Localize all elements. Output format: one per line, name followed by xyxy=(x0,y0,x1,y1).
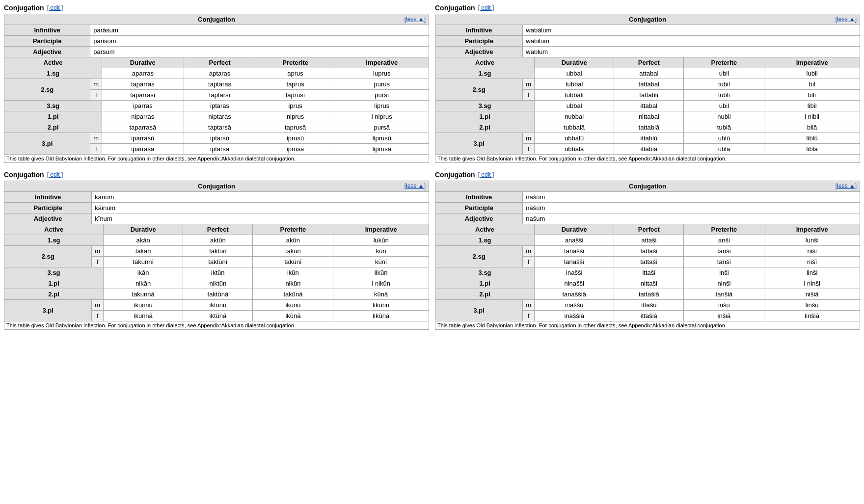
verb-form: tanši xyxy=(684,246,764,257)
inner-title: Conjugation[less ▲] xyxy=(435,181,860,192)
verb-form: ubbalā xyxy=(535,144,614,155)
verb-form: ittabal xyxy=(614,101,684,111)
verb-form: iparras xyxy=(102,101,184,111)
edit-link[interactable]: [ edit ] xyxy=(478,4,494,11)
participle-value: kāinum xyxy=(92,203,429,213)
row-label: 3.pl xyxy=(4,300,92,321)
conjugation-table: Conjugation[less ▲]InfinitiveparāsumPart… xyxy=(4,14,429,163)
participle-label: Participle xyxy=(435,36,523,47)
verb-form: ikān xyxy=(104,267,183,278)
verb-form: likūnū xyxy=(333,300,429,311)
verb-form: tubbalā xyxy=(535,122,614,133)
verb-form: ikūnū xyxy=(253,300,333,311)
verb-form: liprusū xyxy=(335,133,429,144)
verb-form: aprus xyxy=(256,68,335,79)
verb-form: ittašū xyxy=(614,300,684,311)
footnote: This table gives Old Babylonian inflecti… xyxy=(435,321,860,330)
verb-form: lunši xyxy=(764,235,860,246)
row-label: 2.sg xyxy=(435,246,523,267)
edit-link[interactable]: [ edit ] xyxy=(478,171,494,178)
verb-form: tublī xyxy=(684,90,764,101)
col-header-durative: Durative xyxy=(104,224,183,235)
col-header-preterite: Preterite xyxy=(684,57,764,68)
less-link[interactable]: [less ▲] xyxy=(405,16,426,23)
verb-form: tattašiā xyxy=(614,289,684,300)
verb-form: tanšī xyxy=(684,257,764,267)
verb-form: taktūn xyxy=(183,246,253,257)
conjugation-table: Conjugation[less ▲]InfinitivewabālumPart… xyxy=(435,14,860,163)
inner-title-text: Conjugation xyxy=(629,183,666,190)
participle-label: Participle xyxy=(4,203,92,213)
verb-form: pursā xyxy=(335,122,429,133)
verb-form: tattablā xyxy=(614,122,684,133)
verb-form: ninši xyxy=(684,278,764,289)
gender-cell: m xyxy=(523,246,535,257)
row-label: 1.sg xyxy=(4,235,104,246)
verb-form: aptaras xyxy=(184,68,256,79)
verb-form: bilī xyxy=(764,90,860,101)
verb-form: ublā xyxy=(684,144,764,155)
conjugation-section-bottom-right: Conjugation[ edit ]Conjugation[less ▲]In… xyxy=(435,171,860,330)
verb-form: inaššū xyxy=(535,300,614,311)
verb-form: ubbalū xyxy=(535,133,614,144)
row-label: 3.sg xyxy=(435,267,535,278)
adjective-label: Adjective xyxy=(435,47,523,57)
col-header-durative: Durative xyxy=(102,57,184,68)
verb-form: nubil xyxy=(684,111,764,122)
verb-form: tublā xyxy=(684,122,764,133)
edit-link[interactable]: [ edit ] xyxy=(47,171,63,178)
footnote: This table gives Old Babylonian inflecti… xyxy=(4,321,429,330)
verb-form: iprusā xyxy=(256,144,335,155)
gender-cell: f xyxy=(90,90,102,101)
section-title-row: Conjugation[ edit ] xyxy=(435,171,860,179)
verb-form: taparrasī xyxy=(102,90,184,101)
edit-link[interactable]: [ edit ] xyxy=(47,4,63,11)
gender-cell: f xyxy=(92,311,104,321)
section-title-row: Conjugation[ edit ] xyxy=(435,4,860,12)
verb-form: tanšiā xyxy=(684,289,764,300)
verb-form: likūnā xyxy=(333,311,429,321)
verb-form: tattaši xyxy=(614,246,684,257)
verb-form: niptaras xyxy=(184,111,256,122)
inner-title-text: Conjugation xyxy=(198,183,235,190)
verb-form: lukūn xyxy=(333,235,429,246)
verb-form: nikān xyxy=(104,278,183,289)
section-title: Conjugation xyxy=(435,171,475,179)
row-label: 3.pl xyxy=(4,133,90,155)
verb-form: nišī xyxy=(764,257,860,267)
verb-form: ikunnū xyxy=(104,300,183,311)
conjugation-section-top-right: Conjugation[ edit ]Conjugation[less ▲]In… xyxy=(435,4,860,163)
participle-label: Participle xyxy=(435,203,523,213)
less-link[interactable]: [less ▲] xyxy=(836,16,857,23)
adjective-label: Adjective xyxy=(4,213,92,224)
verb-form: taptarsī xyxy=(184,90,256,101)
verb-form: bil xyxy=(764,79,860,90)
verb-form: purus xyxy=(335,79,429,90)
verb-form: ittašiā xyxy=(614,311,684,321)
participle-value: nāšūm xyxy=(523,203,860,213)
verb-form: iparrasā xyxy=(102,144,184,155)
verb-form: taparrasā xyxy=(102,122,184,133)
gender-cell: m xyxy=(92,246,104,257)
row-label: 1.sg xyxy=(435,235,535,246)
verb-form: iptaras xyxy=(184,101,256,111)
verb-form: linšū xyxy=(764,300,860,311)
col-header-active: Active xyxy=(4,57,102,68)
row-label: 1.pl xyxy=(4,278,104,289)
inner-title: Conjugation[less ▲] xyxy=(4,181,429,192)
infinitive-label: Infinitive xyxy=(435,192,523,203)
less-link[interactable]: [less ▲] xyxy=(405,183,426,189)
row-label: 1.pl xyxy=(435,278,535,289)
gender-cell: m xyxy=(90,79,102,90)
verb-form: inši xyxy=(684,267,764,278)
verb-form: inšū xyxy=(684,300,764,311)
verb-form: ubil xyxy=(684,68,764,79)
verb-form: nubbal xyxy=(535,111,614,122)
verb-form: nišiā xyxy=(764,289,860,300)
less-link[interactable]: [less ▲] xyxy=(836,183,857,189)
col-header-imperative: Imperative xyxy=(764,57,860,68)
verb-form: iktūn xyxy=(183,267,253,278)
infinitive-label: Infinitive xyxy=(435,25,523,36)
verb-form: ikunnā xyxy=(104,311,183,321)
verb-form: takūnā xyxy=(253,289,333,300)
